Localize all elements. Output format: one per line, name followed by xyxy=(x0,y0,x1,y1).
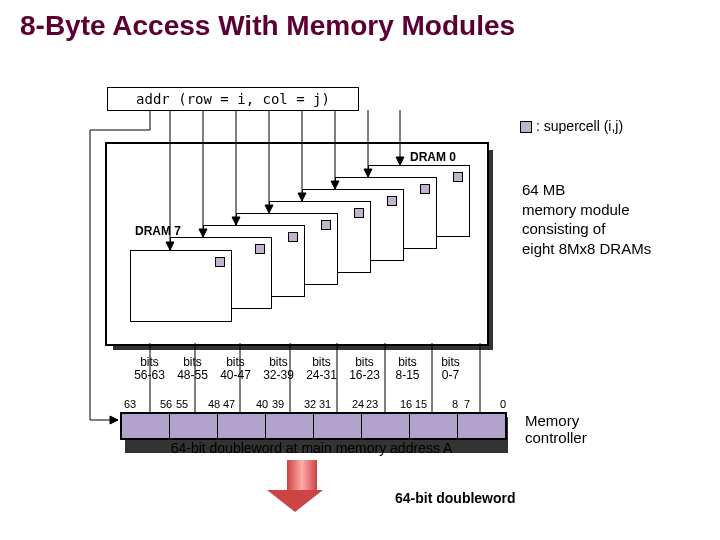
bit-range: 32-39 xyxy=(257,369,300,382)
doubleword xyxy=(120,412,507,440)
bit-range: 8-15 xyxy=(386,369,429,382)
bitnum: 39 xyxy=(272,398,284,410)
bitnum: 63 xyxy=(124,398,136,410)
bitnum: 56 xyxy=(160,398,172,410)
svg-marker-16 xyxy=(110,416,118,424)
bitnum: 16 xyxy=(400,398,412,410)
bit-range: 56-63 xyxy=(128,369,171,382)
bitnum: 55 xyxy=(176,398,188,410)
bitnum: 31 xyxy=(319,398,331,410)
memory-controller-label: Memory controller xyxy=(525,412,587,446)
page-title: 8-Byte Access With Memory Modules xyxy=(0,0,720,52)
legend: : supercell (i,j) xyxy=(520,118,623,134)
bit-range: 24-31 xyxy=(300,369,343,382)
bitnum: 24 xyxy=(352,398,364,410)
bitnum: 47 xyxy=(223,398,235,410)
doubleword-label: 64-bit doubleword at main memory address… xyxy=(120,440,503,456)
dram7-label: DRAM 7 xyxy=(135,224,181,238)
arrow-down-icon xyxy=(280,460,323,512)
bits-labels: bitsbitsbitsbitsbitsbitsbitsbits 56-6348… xyxy=(128,356,472,382)
supercell-icon xyxy=(453,172,463,182)
module-description: 64 MB memory module consisting of eight … xyxy=(522,180,651,258)
bit-range: 0-7 xyxy=(429,369,472,382)
desc-line: eight 8Mx8 DRAMs xyxy=(522,239,651,259)
bitnum: 0 xyxy=(500,398,506,410)
desc-line: consisting of xyxy=(522,219,651,239)
bitnum: 15 xyxy=(415,398,427,410)
bitnum: 23 xyxy=(366,398,378,410)
dram-chip xyxy=(130,250,232,322)
bitnum: 40 xyxy=(256,398,268,410)
bitnum: 32 xyxy=(304,398,316,410)
bit-range: 48-55 xyxy=(171,369,214,382)
mc-line: Memory xyxy=(525,412,587,429)
bitnum: 8 xyxy=(452,398,458,410)
supercell-icon xyxy=(420,184,430,194)
bitnum: 48 xyxy=(208,398,220,410)
supercell-icon xyxy=(215,257,225,267)
mc-line: controller xyxy=(525,429,587,446)
desc-line: 64 MB xyxy=(522,180,651,200)
addr-box: addr (row = i, col = j) xyxy=(107,87,359,111)
dram0-label: DRAM 0 xyxy=(408,150,458,164)
bitnum: 7 xyxy=(464,398,470,410)
supercell-icon xyxy=(255,244,265,254)
supercell-icon xyxy=(321,220,331,230)
doubleword-output-label: 64-bit doubleword xyxy=(395,490,516,506)
supercell-icon xyxy=(387,196,397,206)
supercell-icon xyxy=(354,208,364,218)
bit-range: 40-47 xyxy=(214,369,257,382)
bit-range: 16-23 xyxy=(343,369,386,382)
desc-line: memory module xyxy=(522,200,651,220)
supercell-icon xyxy=(288,232,298,242)
supercell-icon xyxy=(520,121,532,133)
legend-text: : supercell (i,j) xyxy=(536,118,623,134)
